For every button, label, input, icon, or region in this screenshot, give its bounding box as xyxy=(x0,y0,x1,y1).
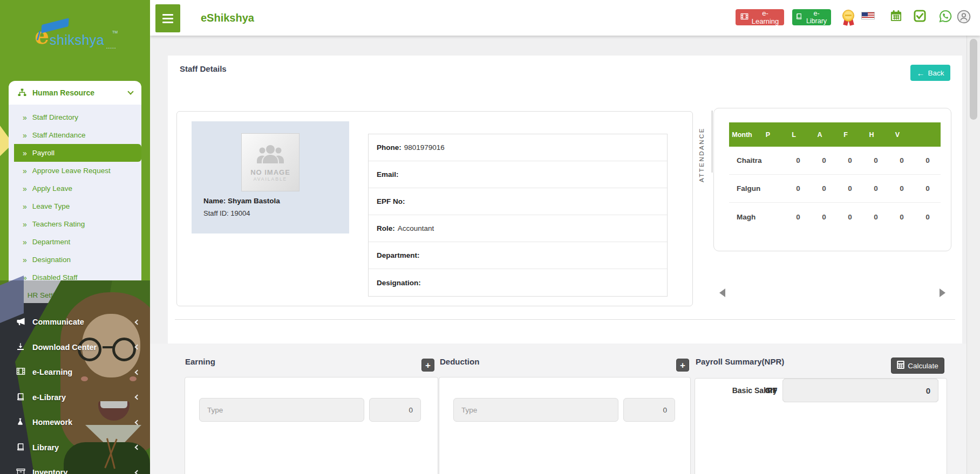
sitemap-icon xyxy=(17,88,27,98)
detail-value: 9801979016 xyxy=(404,143,445,152)
whatsapp-icon[interactable] xyxy=(939,10,952,23)
attendance-cell: 0 xyxy=(785,184,811,193)
detail-label: Role: xyxy=(377,224,395,232)
earning-title: Earning xyxy=(185,357,215,366)
sidebar-menu-item[interactable]: Download Center xyxy=(0,335,150,360)
sidebar-submenu-item[interactable]: » Staff Attendance xyxy=(9,126,141,144)
attendance-cell: 0 xyxy=(811,156,837,164)
medal-icon[interactable] xyxy=(842,10,855,26)
double-chevron-icon: » xyxy=(23,113,27,122)
scrollbar-thumb[interactable] xyxy=(970,39,977,120)
calendar-icon[interactable] xyxy=(890,10,902,22)
attendance-cell: 0 xyxy=(837,184,863,193)
us-flag-icon[interactable] xyxy=(861,12,875,19)
elibrary-button[interactable]: e-Library xyxy=(792,9,831,25)
detail-label: Phone: xyxy=(377,143,401,152)
attendance-cell: 0 xyxy=(889,213,915,221)
attendance-month: Falgun xyxy=(729,184,785,193)
menu-item-label: Download Center xyxy=(32,343,135,352)
hamburger-menu-button[interactable] xyxy=(155,4,180,32)
sidebar-submenu-item[interactable]: » Staff Directory xyxy=(9,108,141,126)
add-earning-button[interactable]: + xyxy=(421,359,434,372)
attendance-column-header: A xyxy=(807,131,833,139)
no-image-placeholder: NO IMAGE AVAILABLE xyxy=(241,133,300,191)
menu-item-label: Homework xyxy=(32,418,135,427)
attendance-column-header: Month xyxy=(729,131,755,139)
user-avatar-icon[interactable] xyxy=(957,10,971,24)
sidebar-submenu-item[interactable]: » Payroll xyxy=(14,144,141,162)
add-deduction-button[interactable]: + xyxy=(676,359,689,372)
detail-value: Accountant xyxy=(398,224,434,232)
detail-label: EPF No: xyxy=(377,197,405,205)
chevron-down-icon xyxy=(127,88,133,94)
earning-type-input[interactable] xyxy=(199,398,364,422)
top-header: eShikshya e-Learning e-Library xyxy=(150,0,980,36)
summary-field-label: CIT xyxy=(695,379,777,402)
sidebar-menu-item[interactable]: Communicate xyxy=(0,310,150,335)
detail-row: Designation: xyxy=(369,269,667,296)
app-title: eShikshya xyxy=(201,0,254,36)
sidebar-submenu-item[interactable]: » Approve Leave Request xyxy=(9,162,141,180)
sidebar-submenu-item[interactable]: » Teachers Rating xyxy=(9,215,141,233)
people-icon xyxy=(256,143,285,167)
checkbox-icon[interactable] xyxy=(914,10,926,22)
menu-item-label: Communicate xyxy=(32,318,135,326)
sidebar-menu-item[interactable]: Homework xyxy=(0,410,150,435)
sidebar-submenu-item[interactable]: » Designation xyxy=(9,251,141,269)
double-chevron-icon: » xyxy=(23,202,27,211)
submenu-item-label: Payroll xyxy=(32,149,55,157)
submenu-item-label: Department xyxy=(32,238,71,246)
attendance-month: Magh xyxy=(729,213,785,221)
attendance-cell: 0 xyxy=(811,213,837,221)
staff-name: Name: Shyam Bastola xyxy=(203,197,280,205)
attendance-prev-arrow[interactable] xyxy=(719,288,725,297)
attendance-cell: 0 xyxy=(837,213,863,221)
detail-label: Department: xyxy=(377,251,420,259)
sidebar-menu-item[interactable]: e-Learning xyxy=(0,360,150,385)
book-icon xyxy=(16,393,26,402)
deduction-type-input[interactable] xyxy=(453,398,618,422)
detail-row: Role: Accountant xyxy=(369,215,667,242)
back-button[interactable]: ← Back xyxy=(910,65,950,81)
eshikshya-logo[interactable]: e shikshya TM ••••• xyxy=(33,20,125,55)
sidebar-submenu-item[interactable]: » Leave Type xyxy=(9,197,141,215)
box-icon xyxy=(16,468,26,474)
staff-details-card: Staff Details ← Back NO IMAGE AVAILABLE … xyxy=(168,56,962,344)
deduction-title: Deduction xyxy=(440,357,479,366)
attendance-next-arrow[interactable] xyxy=(940,288,945,297)
earning-value-input[interactable]: 0 xyxy=(369,398,421,422)
menu-item-label: Inventory xyxy=(32,468,135,474)
detail-row: Phone: 9801979016 xyxy=(369,134,667,161)
sidebar-menu-item[interactable]: Library xyxy=(0,435,150,461)
attendance-cell: 0 xyxy=(915,184,941,193)
sidebar-submenu-item[interactable]: » Apply Leave xyxy=(9,180,141,197)
chevron-left-icon xyxy=(135,470,140,474)
summary-field-value[interactable]: 0 xyxy=(782,379,938,402)
attendance-card: MonthPLAFHV Chaitra 000000 Falgun 000000… xyxy=(713,108,951,251)
sidebar-menu-item[interactable]: e-Library xyxy=(0,385,150,410)
calculate-button[interactable]: Calculate xyxy=(891,358,944,374)
vertical-scrollbar[interactable] xyxy=(967,36,980,474)
sidebar-submenu-item[interactable]: » Department xyxy=(9,233,141,251)
deduction-value-input[interactable]: 0 xyxy=(623,398,675,422)
detail-row: Email: xyxy=(369,161,667,188)
attendance-column-header: H xyxy=(859,131,884,139)
double-chevron-icon: » xyxy=(23,238,27,246)
megaphone-icon xyxy=(16,317,26,327)
sidebar-section-human-resource[interactable]: Human Resource xyxy=(9,81,141,105)
staff-photo-card: NO IMAGE AVAILABLE Name: Shyam Bastola S… xyxy=(192,121,349,233)
attendance-cell: 0 xyxy=(889,184,915,193)
page-title: Staff Details xyxy=(180,64,227,73)
staff-id: Staff ID: 19004 xyxy=(203,209,250,217)
attendance-table-body: Chaitra 000000 Falgun 000000 Magh 000000 xyxy=(729,147,941,231)
calculator-icon xyxy=(897,361,904,370)
sidebar-menu-item[interactable]: Inventory xyxy=(0,460,150,474)
double-chevron-icon: » xyxy=(23,167,27,175)
elearning-button[interactable]: e-Learning xyxy=(736,9,784,25)
submenu-item-label: Apply Leave xyxy=(32,184,72,193)
attendance-cell: 0 xyxy=(863,213,889,221)
background-paper-shape xyxy=(0,123,9,157)
attendance-column-header: F xyxy=(833,131,859,139)
staff-profile-box: NO IMAGE AVAILABLE Name: Shyam Bastola S… xyxy=(176,111,693,306)
attendance-cell: 0 xyxy=(915,213,941,221)
